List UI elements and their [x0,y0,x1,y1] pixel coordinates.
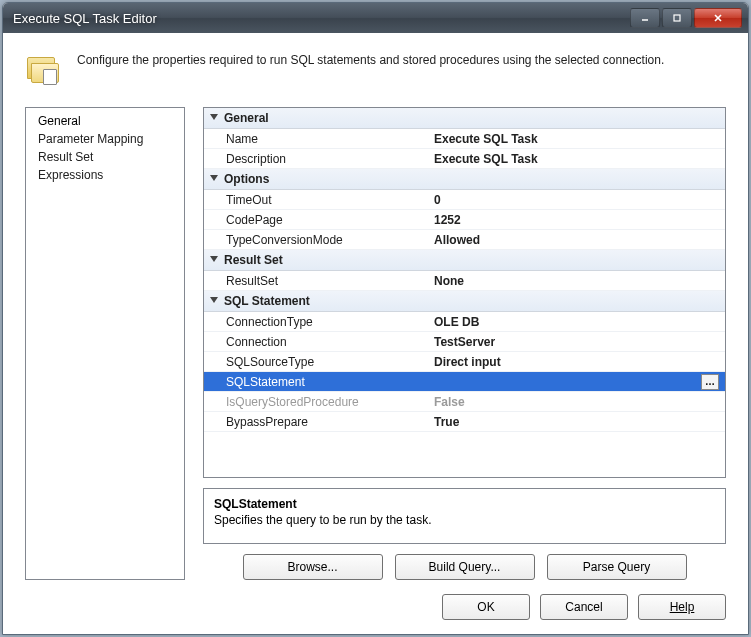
pg-label: ConnectionType [204,315,434,329]
pg-value: Execute SQL Task [434,152,725,166]
window-title: Execute SQL Task Editor [13,11,630,26]
pg-value: None [434,274,725,288]
pg-row-timeout[interactable]: TimeOut 0 [204,190,725,210]
pg-value: False [434,395,725,409]
pg-value: Execute SQL Task [434,132,725,146]
cancel-button[interactable]: Cancel [540,594,628,620]
collapse-icon [210,175,218,181]
pg-label: SQLStatement [204,375,434,389]
help-label: Help [670,600,695,614]
sidebar: General Parameter Mapping Result Set Exp… [25,107,185,580]
pg-row-connection[interactable]: Connection TestServer [204,332,725,352]
sidebar-item-parameter-mapping[interactable]: Parameter Mapping [26,130,184,148]
description-body: Specifies the query to be run by the tas… [214,513,715,527]
pg-row-description[interactable]: Description Execute SQL Task [204,149,725,169]
pg-row-resultset[interactable]: ResultSet None [204,271,725,291]
maximize-button[interactable] [662,8,692,28]
pg-label: Name [204,132,434,146]
description-panel: SQLStatement Specifies the query to be r… [203,488,726,544]
task-icon [25,51,63,89]
sidebar-item-result-set[interactable]: Result Set [26,148,184,166]
close-button[interactable] [694,8,742,28]
description-title: SQLStatement [214,497,715,511]
collapse-icon [210,114,218,120]
collapse-icon [210,256,218,262]
pg-label: Description [204,152,434,166]
query-button-row: Browse... Build Query... Parse Query [203,554,726,580]
svg-rect-1 [674,15,680,21]
help-button[interactable]: Help [638,594,726,620]
pg-row-connectiontype[interactable]: ConnectionType OLE DB [204,312,725,332]
main-row: General Parameter Mapping Result Set Exp… [25,107,726,580]
pg-row-sqlsourcetype[interactable]: SQLSourceType Direct input [204,352,725,372]
pg-label: ResultSet [204,274,434,288]
pg-group-options[interactable]: Options [204,169,725,190]
header-row: Configure the properties required to run… [25,51,726,89]
pg-value: … [434,374,725,390]
pg-label: Connection [204,335,434,349]
pg-value: True [434,415,725,429]
pg-group-general[interactable]: General [204,108,725,129]
minimize-button[interactable] [630,8,660,28]
build-query-button[interactable]: Build Query... [395,554,535,580]
pg-label: BypassPrepare [204,415,434,429]
pg-group-title: SQL Statement [224,294,310,308]
collapse-icon [210,297,218,303]
pg-row-codepage[interactable]: CodePage 1252 [204,210,725,230]
pg-row-typeconversionmode[interactable]: TypeConversionMode Allowed [204,230,725,250]
sidebar-item-expressions[interactable]: Expressions [26,166,184,184]
pg-group-title: Options [224,172,269,186]
pg-group-sqlstatement[interactable]: SQL Statement [204,291,725,312]
pg-value: OLE DB [434,315,725,329]
pg-row-name[interactable]: Name Execute SQL Task [204,129,725,149]
dialog-window: Execute SQL Task Editor Configure the pr… [2,2,749,635]
pg-row-sqlstatement[interactable]: SQLStatement … [204,372,725,392]
browse-button[interactable]: Browse... [243,554,383,580]
pg-value: 0 [434,193,725,207]
sidebar-item-general[interactable]: General [26,112,184,130]
pg-value: TestServer [434,335,725,349]
pg-value: Direct input [434,355,725,369]
right-column: General Name Execute SQL Task Descriptio… [203,107,726,580]
pg-label: TimeOut [204,193,434,207]
header-description: Configure the properties required to run… [77,51,726,89]
pg-label: SQLSourceType [204,355,434,369]
pg-value: Allowed [434,233,725,247]
property-grid[interactable]: General Name Execute SQL Task Descriptio… [203,107,726,478]
ok-button[interactable]: OK [442,594,530,620]
content-area: Configure the properties required to run… [3,33,748,634]
pg-group-title: Result Set [224,253,283,267]
parse-query-button[interactable]: Parse Query [547,554,687,580]
pg-label: CodePage [204,213,434,227]
pg-group-title: General [224,111,269,125]
window-buttons [630,8,742,28]
titlebar[interactable]: Execute SQL Task Editor [3,3,748,33]
pg-group-resultset[interactable]: Result Set [204,250,725,271]
pg-value: 1252 [434,213,725,227]
pg-label: IsQueryStoredProcedure [204,395,434,409]
ellipsis-button[interactable]: … [701,374,719,390]
pg-row-bypassprepare[interactable]: BypassPrepare True [204,412,725,432]
dialog-footer: OK Cancel Help [25,594,726,620]
pg-row-isquerystoredprocedure: IsQueryStoredProcedure False [204,392,725,412]
pg-label: TypeConversionMode [204,233,434,247]
